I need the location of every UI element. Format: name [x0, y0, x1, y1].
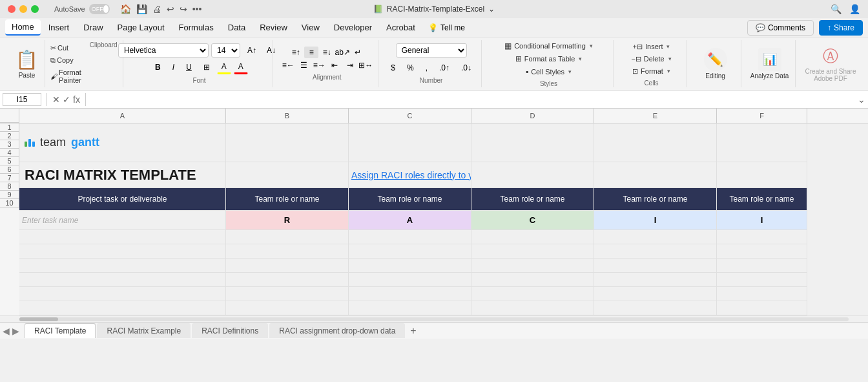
- menu-formulas[interactable]: Formulas: [172, 20, 220, 35]
- menu-insert[interactable]: Insert: [42, 20, 76, 35]
- cell-e1[interactable]: [594, 123, 717, 162]
- menu-review[interactable]: Review: [253, 20, 294, 35]
- cell-d6[interactable]: [471, 244, 594, 259]
- menu-view[interactable]: View: [295, 20, 326, 35]
- indent-decrease-button[interactable]: ⇤: [327, 59, 342, 71]
- cell-e9[interactable]: [594, 287, 717, 301]
- align-left-button[interactable]: ≡←: [281, 59, 295, 71]
- cell-c6[interactable]: [349, 244, 471, 259]
- col-header-e[interactable]: E: [594, 109, 717, 123]
- adobe-icon[interactable]: Ⓐ: [823, 46, 838, 67]
- cell-e7[interactable]: [594, 259, 717, 273]
- paste-button[interactable]: 📋 Paste: [10, 40, 43, 87]
- cell-c1[interactable]: [349, 123, 471, 162]
- menu-developer[interactable]: Developer: [327, 20, 378, 35]
- align-center-button[interactable]: ☰: [296, 59, 311, 71]
- tell-me-area[interactable]: 💡 Tell me: [428, 23, 465, 32]
- row-header-2[interactable]: 2: [0, 132, 19, 140]
- cut-button[interactable]: ✂ Cut: [48, 43, 88, 54]
- cell-a1[interactable]: teamgantt: [19, 123, 226, 162]
- indent-increase-button[interactable]: ⇥: [343, 59, 357, 71]
- cell-b9[interactable]: [226, 287, 349, 301]
- cell-c7[interactable]: [349, 259, 471, 273]
- undo-icon[interactable]: ↩: [167, 4, 174, 14]
- tab-nav-left[interactable]: ◀ ▶: [3, 326, 19, 336]
- cell-f2[interactable]: [717, 162, 807, 188]
- row-header-5[interactable]: 5: [0, 157, 19, 165]
- cell-f1[interactable]: [717, 123, 807, 162]
- profile-icon[interactable]: 👤: [849, 4, 860, 14]
- font-color-button[interactable]: A: [234, 60, 248, 74]
- conditional-formatting-button[interactable]: ▦ Conditional Formatting ▾: [502, 40, 595, 52]
- cell-c2[interactable]: Assign RACI roles directly to your plan …: [349, 162, 471, 188]
- menu-acrobat[interactable]: Acrobat: [380, 20, 422, 35]
- cell-a7[interactable]: [19, 259, 226, 273]
- comma-button[interactable]: ,: [421, 61, 432, 74]
- insert-function-icon[interactable]: fx: [73, 94, 80, 105]
- cell-a8[interactable]: [19, 273, 226, 287]
- fullscreen-button[interactable]: [31, 5, 39, 13]
- tab-prev-icon[interactable]: ◀: [3, 326, 10, 336]
- increase-font-button[interactable]: A↑: [243, 44, 261, 57]
- decimal-increase-button[interactable]: .0↑: [435, 61, 454, 74]
- cell-d1[interactable]: [471, 123, 594, 162]
- row-header-7[interactable]: 7: [0, 174, 19, 182]
- cell-e4[interactable]: I: [594, 211, 717, 230]
- col-header-c[interactable]: C: [349, 109, 471, 123]
- cell-c8[interactable]: [349, 273, 471, 287]
- border-button[interactable]: ⊞: [199, 61, 214, 74]
- menu-home[interactable]: Home: [5, 19, 41, 36]
- cell-f9[interactable]: [717, 287, 807, 301]
- cell-b10[interactable]: [226, 301, 349, 315]
- format-button[interactable]: ⊡ Format ▾: [628, 66, 674, 77]
- menu-data[interactable]: Data: [222, 20, 252, 35]
- print-icon[interactable]: 🖨: [152, 4, 161, 14]
- cell-styles-button[interactable]: ▪ Cell Styles ▾: [523, 66, 574, 78]
- insert-button[interactable]: +⊟ Insert ▾: [629, 41, 674, 52]
- cell-b6[interactable]: [226, 244, 349, 259]
- close-button[interactable]: [8, 5, 16, 13]
- merge-button[interactable]: ⊞↔: [358, 59, 373, 71]
- cell-f8[interactable]: [717, 273, 807, 287]
- formula-expand-button[interactable]: ⌄: [858, 94, 865, 105]
- col-header-a[interactable]: A: [19, 109, 226, 123]
- cell-e10[interactable]: [594, 301, 717, 315]
- row-header-8[interactable]: 8: [0, 182, 19, 191]
- decimal-decrease-button[interactable]: .0↓: [457, 61, 476, 74]
- font-family-select[interactable]: Helvetica: [118, 43, 209, 58]
- row-header-6[interactable]: 6: [0, 165, 19, 174]
- tab-next-icon[interactable]: ▶: [12, 326, 19, 336]
- cell-e3[interactable]: Team role or name: [594, 188, 717, 211]
- cell-a2[interactable]: RACI MATRIX TEMPLATE: [19, 162, 226, 188]
- cell-f10[interactable]: [717, 301, 807, 315]
- delete-button[interactable]: −⊟ Delete ▾: [627, 54, 675, 65]
- cell-d10[interactable]: [471, 301, 594, 315]
- cell-a3[interactable]: Project task or deliverable: [19, 188, 226, 211]
- analyze-icon[interactable]: 📊: [758, 48, 781, 71]
- col-header-d[interactable]: D: [471, 109, 594, 123]
- copy-button[interactable]: ⧉ Copy: [48, 55, 88, 66]
- cell-b5[interactable]: [226, 230, 349, 244]
- format-painter-button[interactable]: 🖌 Format Painter: [48, 67, 88, 85]
- cell-a10[interactable]: [19, 301, 226, 315]
- cell-d4[interactable]: C: [471, 211, 594, 230]
- col-header-f[interactable]: F: [717, 109, 807, 123]
- search-icon[interactable]: 🔍: [831, 4, 842, 14]
- row-header-1[interactable]: 1: [0, 123, 19, 132]
- row-header-4[interactable]: 4: [0, 149, 19, 157]
- font-size-select[interactable]: 14: [211, 43, 240, 58]
- add-sheet-button[interactable]: +: [406, 325, 420, 337]
- cell-b7[interactable]: [226, 259, 349, 273]
- cell-a6[interactable]: [19, 244, 226, 259]
- format-as-table-button[interactable]: ⊞ Format as Table ▾: [513, 53, 585, 65]
- cell-c9[interactable]: [349, 287, 471, 301]
- align-top-left-button[interactable]: ≡↑: [289, 47, 303, 58]
- teamgantt-link[interactable]: Assign RACI roles directly to your plan …: [351, 170, 471, 180]
- tab-raci-matrix-example[interactable]: RACI Matrix Example: [97, 323, 191, 338]
- cell-f3[interactable]: Team role or name: [717, 188, 807, 211]
- cell-c3[interactable]: Team role or name: [349, 188, 471, 211]
- cell-a4[interactable]: Enter task name: [19, 211, 226, 230]
- align-right-button[interactable]: ≡→: [312, 59, 326, 71]
- tab-raci-template[interactable]: RACI Template: [25, 323, 96, 338]
- fill-color-button[interactable]: A: [217, 60, 231, 74]
